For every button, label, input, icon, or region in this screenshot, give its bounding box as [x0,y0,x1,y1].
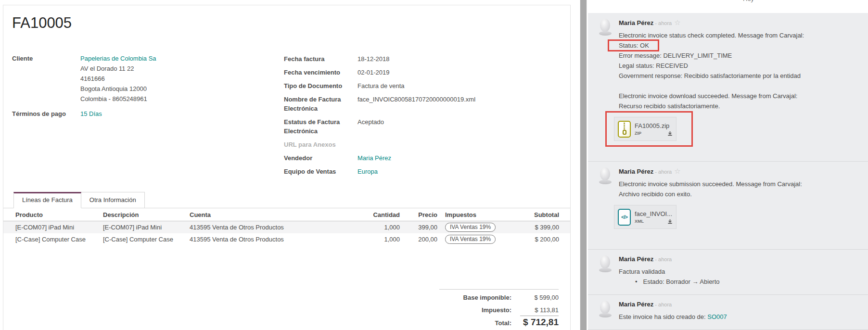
scrollbar-thumb[interactable] [580,0,587,330]
message-line-text: Electronic invoice download succeeded. M… [619,92,797,100]
column-header: Cantidad [307,209,404,221]
message-line-text: Recurso recibido satisfactoriamente. [619,102,720,110]
attachment-wrapper: </>face_INVOI...XML [614,205,677,229]
attachment-name: FA10005.zip [635,122,673,129]
zipper-teeth [624,123,625,130]
lines-header-row: ProductoDescripciónCuentaCantidadPrecioI… [3,209,570,221]
xml-file-icon: </> [618,209,631,226]
avatar-head [600,19,610,32]
chatter-panel: Hoy Maria Pérez - ahora☆Electronic invoi… [587,0,868,330]
invoice-line-row[interactable]: [E-COM07] iPad Mini[E-COM07] iPad Mini41… [3,221,570,233]
message-author[interactable]: Maria Pérez [619,168,653,175]
chatter-date-divider: Hoy [743,0,754,2]
star-icon[interactable]: ☆ [674,167,680,175]
invoice-sheet: FA10005 ClientePapelerias de Colombia Sa… [3,5,571,330]
impuesto-label: Impuesto: [482,305,511,315]
message-header: Maria Pérez - ahora [619,301,855,308]
field-text: 4161666 [80,74,262,84]
field-label: Tipo de Documento [284,81,357,90]
form-scrollbar[interactable] [580,0,587,330]
message-line-text: Error message: DELIVERY_LIMIT_TIME [619,52,732,59]
message-header: Maria Pérez - ahora☆ [619,19,855,27]
total-value: $ 712,81 [511,316,559,327]
field-text [357,140,568,149]
message-line-text: Archivo recibido con exito. [619,190,692,198]
invoice-lines-table: ProductoDescripciónCuentaCantidadPrecioI… [3,209,570,245]
message-author[interactable]: Maria Pérez [619,301,653,308]
field-link[interactable]: Maria Pérez [357,153,568,163]
message-line-blank [619,81,855,91]
tab-otra-información[interactable]: Otra Información [81,192,145,208]
field-link[interactable]: Europa [357,167,568,176]
invoice-totals: Base imponible: $ 599,00 Impuesto: $ 113… [405,289,559,328]
column-header: Precio [404,209,441,221]
field-link[interactable]: Papelerias de Colombia Sa [80,53,262,63]
message-text: Electronic invoice status check complete… [619,30,855,111]
column-header: Impuestos [441,209,518,221]
notebook-tab-bar: Líneas de FacturaOtra Información [3,192,570,208]
line-cell: 413595 Venta de Otros Productos [186,233,307,245]
line-cell: [C-Case] Computer Case [3,233,99,245]
column-header: Producto [3,209,99,221]
attachment-wrapper: FA10005.zipZIP [614,117,677,141]
attachment-list: FA10005.zipZIP [614,117,855,141]
message-line-text: Factura validada [619,268,665,275]
field-row: Fecha factura18-12-2018 [284,54,568,63]
avatar [597,255,614,273]
message-text: Factura validada•Estado: Borrador → Abie… [619,267,855,287]
record-link[interactable]: SO007 [707,313,727,320]
line-cell: [C-Case] Computer Case [99,233,186,245]
invoice-number-title: FA10005 [12,15,72,31]
message-line-text: Este invoice ha sido creado de: [619,313,707,320]
field-row: Tipo de DocumentoFactura de venta [284,81,568,90]
message-feed: Maria Pérez - ahora☆Electronic invoice s… [588,13,868,330]
totals-separator [439,289,559,290]
message-author[interactable]: Maria Pérez [619,19,653,26]
line-cell: 1,000 [307,221,404,233]
line-cell: 200,00 [404,233,441,245]
message-line: Este invoice ha sido creado de: SO007 [619,312,855,322]
column-header: Descripción [99,209,186,221]
field-row: Términos de pago15 Días [12,109,262,119]
download-icon[interactable] [667,219,673,224]
attachment-meta: XML [635,219,673,224]
zip-file-icon [618,121,631,138]
line-cell: 399,00 [404,221,441,233]
avatar [597,167,614,185]
message-time: - ahora [653,256,672,262]
message-text: Electronic invoice submission succeeded.… [619,179,855,199]
tax-tag: IVA Ventas 19% [445,235,496,244]
download-icon[interactable] [667,131,673,136]
avatar [597,19,614,36]
field-row: Nombre de Factura Electrónicaface_INVOIC… [284,95,568,113]
field-row: ClientePapelerias de Colombia SaAV el Do… [12,53,262,104]
field-text: Factura de venta [357,81,568,90]
message-header: Maria Pérez - ahora [619,255,855,263]
field-label: Nombre de Factura Electrónica [284,95,357,113]
field-label: URL para Anexos [284,140,357,149]
field-label: Fecha factura [284,54,357,63]
base-imponible-value: $ 599,00 [511,293,559,302]
base-imponible-label: Base imponible: [463,293,511,302]
star-icon[interactable]: ☆ [674,18,680,26]
field-text: 02-01-2019 [357,68,568,77]
field-link[interactable]: 15 Días [80,109,262,119]
message-body: Maria Pérez - ahoraFactura validada•Esta… [619,255,858,287]
attachment-card[interactable]: FA10005.zipZIP [614,117,677,141]
field-label: Cliente [12,53,80,104]
message-author[interactable]: Maria Pérez [619,255,653,263]
field-label: Estatus de Factura Electrónica [284,117,357,136]
message-line: Electronic invoice submission succeeded.… [619,179,855,189]
tab-líneas-de-factura[interactable]: Líneas de Factura [13,192,81,208]
attachment-card[interactable]: </>face_INVOI...XML [614,205,677,229]
invoice-line-row[interactable]: [C-Case] Computer Case[C-Case] Computer … [3,233,570,245]
field-text: face_INVOIC80058170720000000019.xml [357,95,568,113]
message-header: Maria Pérez - ahora☆ [619,167,855,176]
field-label: Términos de pago [12,109,80,119]
attachment-type: ZIP [635,131,641,136]
line-cell: $ 200,00 [518,233,570,245]
chatter-message: Maria Pérez - ahoraFactura validada•Esta… [588,250,868,295]
message-line-text: Legal status: RECEIVED [619,62,688,69]
field-text: 18-12-2018 [357,54,568,63]
message-body: Maria Pérez - ahora☆Electronic invoice s… [619,167,858,241]
